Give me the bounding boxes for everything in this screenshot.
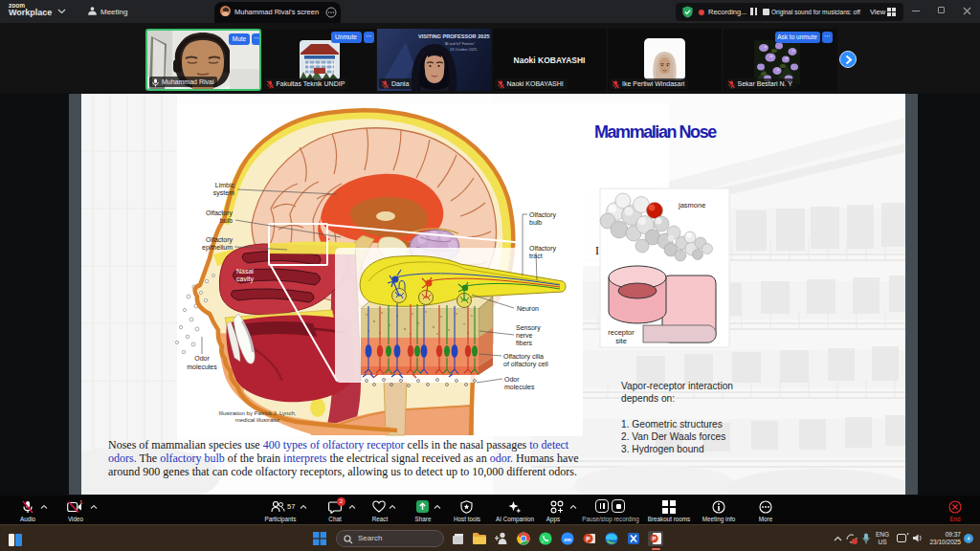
svg-text:Odor: Odor — [194, 355, 210, 362]
svg-text:of olfactory cell: of olfactory cell — [503, 361, 548, 368]
svg-text:Neuron: Neuron — [517, 305, 539, 312]
svg-text:Sensory: Sensory — [516, 324, 541, 332]
svg-text:“AI and IoT Frontier”: “AI and IoT Frontier” — [444, 42, 476, 46]
svg-text:I: I — [595, 244, 599, 257]
svg-text:nerve: nerve — [516, 332, 533, 339]
svg-text:molecules: molecules — [504, 384, 535, 390]
svg-text:P: P — [586, 536, 590, 542]
svg-text:Illustration by Patrick J. Lyn: Illustration by Patrick J. Lynch, — [219, 410, 297, 416]
svg-text:medical illustrator: medical illustrator — [235, 417, 280, 423]
svg-text:Nasal: Nasal — [236, 268, 254, 275]
svg-text:molecules: molecules — [187, 364, 217, 370]
svg-text:Olfactory cilia: Olfactory cilia — [503, 353, 544, 361]
svg-text:fibers: fibers — [516, 340, 533, 346]
svg-text:Olfactory: Olfactory — [529, 245, 557, 253]
svg-text:Olfactory: Olfactory — [529, 211, 557, 219]
svg-text:jasmone: jasmone — [678, 201, 705, 209]
svg-text:Olfactory: Olfactory — [206, 209, 234, 217]
svg-text:system: system — [213, 189, 234, 197]
svg-text:VISITING PROFESSOR 2025: VISITING PROFESSOR 2025 — [418, 33, 490, 39]
svg-text:23 October 2025: 23 October 2025 — [450, 48, 477, 52]
svg-text:P: P — [652, 536, 656, 541]
svg-text:Olfactory: Olfactory — [206, 236, 234, 244]
svg-text:site: site — [615, 337, 627, 345]
svg-text:bulb: bulb — [529, 219, 542, 226]
svg-text:cavity: cavity — [236, 276, 254, 283]
svg-text:zm: zm — [564, 537, 571, 542]
svg-text:receptor: receptor — [608, 328, 635, 337]
svg-text:Odor: Odor — [504, 376, 520, 383]
svg-text:bulb: bulb — [220, 217, 233, 224]
svg-text:epithelium: epithelium — [202, 244, 233, 252]
svg-text:Limbic: Limbic — [215, 182, 235, 188]
